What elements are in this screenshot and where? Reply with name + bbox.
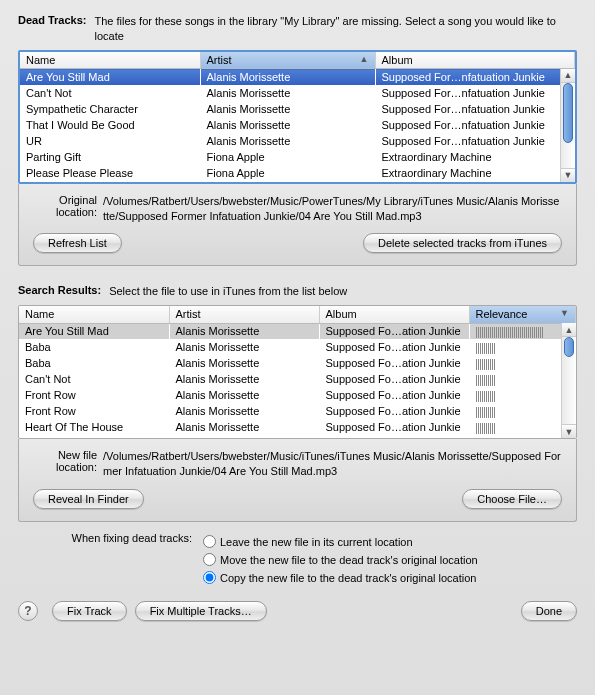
cell-name: Can't Not bbox=[20, 85, 200, 101]
cell-name: Heart Of The House bbox=[19, 419, 169, 435]
cell-relevance bbox=[469, 339, 576, 355]
table-row[interactable]: Sympathetic CharacterAlanis MorissetteSu… bbox=[20, 101, 575, 117]
dead-tracks-table[interactable]: Name Artist ▲ Album Are You Still MadAla… bbox=[20, 52, 575, 181]
dead-tracks-section: Dead Tracks: The files for these songs i… bbox=[0, 0, 595, 266]
cell-artist: Alanis Morissette bbox=[169, 419, 319, 435]
help-button[interactable]: ? bbox=[18, 601, 38, 621]
cell-artist: Alanis Morissette bbox=[169, 355, 319, 371]
cell-relevance bbox=[469, 323, 576, 339]
table-row[interactable]: Heart Of The HouseAlanis MorissetteSuppo… bbox=[19, 419, 576, 435]
new-file-location-label: New filelocation: bbox=[33, 449, 97, 479]
new-file-location-box: New filelocation: /Volumes/Ratbert/Users… bbox=[18, 439, 577, 522]
dead-tracks-desc: The files for these songs in the library… bbox=[94, 14, 577, 44]
relevance-bar bbox=[476, 343, 495, 354]
cell-album: Supposed Fo…ation Junkie bbox=[319, 419, 469, 435]
relevance-bar bbox=[476, 407, 495, 418]
table-row[interactable]: BabaAlanis MorissetteSupposed Fo…ation J… bbox=[19, 355, 576, 371]
table-row[interactable]: Are You Still MadAlanis MorissetteSuppos… bbox=[20, 69, 575, 85]
cell-name: Baba bbox=[19, 355, 169, 371]
table-row[interactable]: URAlanis MorissetteSupposed For…nfatuati… bbox=[20, 133, 575, 149]
col-artist[interactable]: Artist bbox=[169, 306, 319, 323]
radio-label: Leave the new file in its current locati… bbox=[220, 536, 413, 548]
scroll-up-icon[interactable]: ▲ bbox=[562, 323, 576, 337]
cell-relevance bbox=[469, 355, 576, 371]
original-location-box: Originallocation: /Volumes/Ratbert/Users… bbox=[18, 184, 577, 267]
table-row[interactable]: Please Please PleaseFiona AppleExtraordi… bbox=[20, 165, 575, 181]
cell-album: Supposed For…nfatuation Junkie bbox=[375, 133, 575, 149]
radio-label: Move the new file to the dead track's or… bbox=[220, 554, 478, 566]
table-row[interactable]: That I Would Be GoodAlanis MorissetteSup… bbox=[20, 117, 575, 133]
cell-album: Supposed Fo…ation Junkie bbox=[319, 403, 469, 419]
cell-artist: Alanis Morissette bbox=[169, 323, 319, 339]
original-location-label: Originallocation: bbox=[33, 194, 97, 224]
dead-tracks-header: Dead Tracks: The files for these songs i… bbox=[18, 14, 577, 44]
cell-artist: Alanis Morissette bbox=[200, 69, 375, 85]
cell-name: UR bbox=[20, 133, 200, 149]
cell-name: Baba bbox=[19, 339, 169, 355]
cell-album: Supposed For…nfatuation Junkie bbox=[375, 101, 575, 117]
col-relevance[interactable]: Relevance ▼ bbox=[469, 306, 576, 323]
fix-options: When fixing dead tracks: Leave the new f… bbox=[18, 532, 595, 586]
scroll-down-icon[interactable]: ▼ bbox=[562, 424, 576, 438]
col-album[interactable]: Album bbox=[375, 52, 575, 69]
cell-name: Parting Gift bbox=[20, 149, 200, 165]
radio-input[interactable] bbox=[203, 571, 216, 584]
choose-file-button[interactable]: Choose File… bbox=[462, 489, 562, 509]
sort-asc-icon: ▲ bbox=[360, 54, 369, 64]
table-row[interactable]: Can't NotAlanis MorissetteSupposed For…n… bbox=[20, 85, 575, 101]
radio-option[interactable]: Leave the new file in its current locati… bbox=[198, 532, 478, 548]
fix-options-label: When fixing dead tracks: bbox=[18, 532, 198, 544]
search-results-section: Search Results: Select the file to use i… bbox=[0, 284, 595, 522]
dead-tracks-title: Dead Tracks: bbox=[18, 14, 86, 44]
scroll-thumb[interactable] bbox=[563, 83, 573, 143]
fix-multiple-tracks-button[interactable]: Fix Multiple Tracks… bbox=[135, 601, 267, 621]
scroll-down-icon[interactable]: ▼ bbox=[561, 168, 575, 182]
col-name[interactable]: Name bbox=[20, 52, 200, 69]
fix-track-button[interactable]: Fix Track bbox=[52, 601, 127, 621]
relevance-bar bbox=[476, 359, 495, 370]
search-results-table-wrap: Name Artist Album Relevance ▼ Are You St… bbox=[18, 305, 577, 439]
search-results-header: Search Results: Select the file to use i… bbox=[18, 284, 577, 299]
reveal-in-finder-button[interactable]: Reveal In Finder bbox=[33, 489, 144, 509]
table-row[interactable]: Parting GiftFiona AppleExtraordinary Mac… bbox=[20, 149, 575, 165]
radio-option[interactable]: Copy the new file to the dead track's or… bbox=[198, 568, 478, 584]
col-name[interactable]: Name bbox=[19, 306, 169, 323]
table-row[interactable]: Front RowAlanis MorissetteSupposed Fo…at… bbox=[19, 387, 576, 403]
col-album[interactable]: Album bbox=[319, 306, 469, 323]
refresh-list-button[interactable]: Refresh List bbox=[33, 233, 122, 253]
cell-name: Are You Still Mad bbox=[20, 69, 200, 85]
bottom-bar: ? Fix Track Fix Multiple Tracks… Done bbox=[0, 589, 595, 635]
scroll-up-icon[interactable]: ▲ bbox=[561, 69, 575, 83]
scrollbar[interactable]: ▲ ▼ bbox=[560, 69, 575, 182]
table-row[interactable]: Are You Still MadAlanis MorissetteSuppos… bbox=[19, 323, 576, 339]
scroll-thumb[interactable] bbox=[564, 337, 574, 357]
cell-album: Extraordinary Machine bbox=[375, 165, 575, 181]
cell-name: Front Row bbox=[19, 403, 169, 419]
done-button[interactable]: Done bbox=[521, 601, 577, 621]
cell-relevance bbox=[469, 403, 576, 419]
sort-desc-icon: ▼ bbox=[560, 308, 569, 318]
cell-name: That I Would Be Good bbox=[20, 117, 200, 133]
col-artist[interactable]: Artist ▲ bbox=[200, 52, 375, 69]
cell-album: Extraordinary Machine bbox=[375, 149, 575, 165]
radio-input[interactable] bbox=[203, 553, 216, 566]
cell-album: Supposed Fo…ation Junkie bbox=[319, 355, 469, 371]
radio-input[interactable] bbox=[203, 535, 216, 548]
cell-album: Supposed For…nfatuation Junkie bbox=[375, 117, 575, 133]
cell-relevance bbox=[469, 387, 576, 403]
col-relevance-label: Relevance bbox=[476, 308, 528, 320]
table-row[interactable]: Can't NotAlanis MorissetteSupposed Fo…at… bbox=[19, 371, 576, 387]
cell-album: Supposed Fo…ation Junkie bbox=[319, 339, 469, 355]
cell-name: Can't Not bbox=[19, 371, 169, 387]
scrollbar[interactable]: ▲ ▼ bbox=[561, 323, 576, 438]
relevance-bar bbox=[476, 391, 495, 402]
delete-selected-button[interactable]: Delete selected tracks from iTunes bbox=[363, 233, 562, 253]
cell-album: Supposed Fo…ation Junkie bbox=[319, 371, 469, 387]
radio-option[interactable]: Move the new file to the dead track's or… bbox=[198, 550, 478, 566]
search-results-table[interactable]: Name Artist Album Relevance ▼ Are You St… bbox=[19, 306, 576, 435]
cell-artist: Alanis Morissette bbox=[200, 133, 375, 149]
table-row[interactable]: Front RowAlanis MorissetteSupposed Fo…at… bbox=[19, 403, 576, 419]
table-row[interactable]: BabaAlanis MorissetteSupposed Fo…ation J… bbox=[19, 339, 576, 355]
relevance-bar bbox=[476, 423, 495, 434]
cell-artist: Alanis Morissette bbox=[169, 371, 319, 387]
